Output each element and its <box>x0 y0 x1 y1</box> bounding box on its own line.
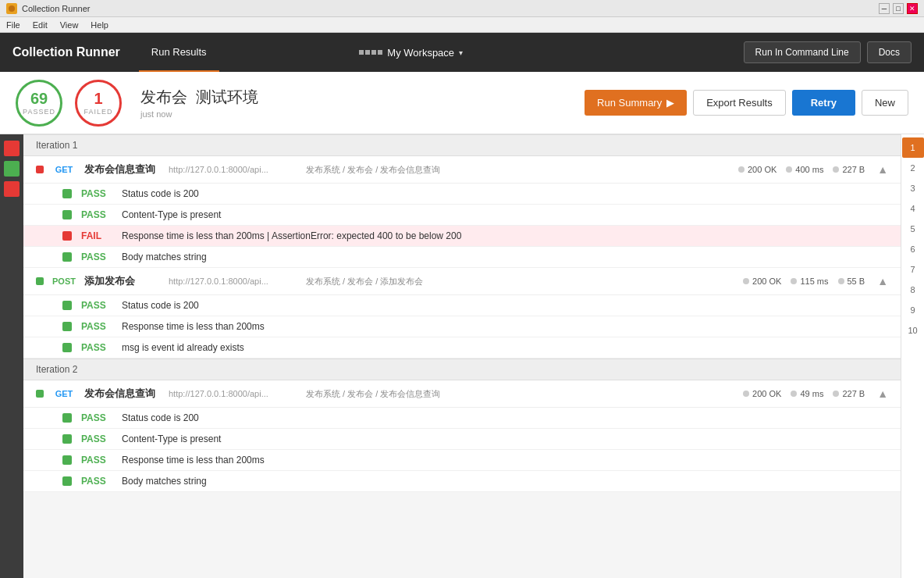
menu-file[interactable]: File <box>6 20 20 30</box>
test-message: Content-Type is present <box>122 434 221 444</box>
maximize-button[interactable]: □ <box>893 3 904 14</box>
test-row-2-1-4: PASS Body matches string <box>23 471 901 492</box>
failed-label: FAILED <box>84 108 112 116</box>
nav-right: Run In Command Line Docs <box>744 41 912 63</box>
page-num-7[interactable]: 7 <box>902 259 924 280</box>
test-status: PASS <box>81 412 112 423</box>
page-num-3[interactable]: 3 <box>902 178 924 198</box>
test-indicator <box>62 231 72 241</box>
req-size: 227 B <box>833 165 865 174</box>
test-row-1-2-2: PASS Response time is less than 200ms <box>23 316 901 337</box>
page-num-2[interactable]: 2 <box>902 158 924 178</box>
req-url: http://127.0.0.1:8000/api... <box>169 165 293 174</box>
test-row-2-1-1: PASS Status code is 200 <box>23 408 901 429</box>
request-row-2-1[interactable]: GET 发布会信息查询 http://127.0.0.1:8000/api...… <box>23 380 901 408</box>
workspace-selector[interactable]: My Workspace ▾ <box>359 47 463 59</box>
collapse-button[interactable]: ▲ <box>877 163 888 176</box>
menu-help[interactable]: Help <box>91 20 108 30</box>
method-badge: GET <box>50 165 78 174</box>
run-summary-button[interactable]: Run Summary ▶ <box>585 90 687 116</box>
iteration-header-2: Iteration 2 <box>23 359 901 380</box>
minimize-button[interactable]: ─ <box>879 3 890 14</box>
tab-run-results[interactable]: Run Results <box>139 33 219 72</box>
menu-edit[interactable]: Edit <box>33 20 48 30</box>
test-row-1-1-4: PASS Body matches string <box>23 247 901 268</box>
test-row-1-2-1: PASS Status code is 200 <box>23 295 901 316</box>
request-row-1-2[interactable]: POST 添加发布会 http://127.0.0.1:8000/api... … <box>23 268 901 295</box>
test-message: Response time is less than 200ms <box>122 321 265 332</box>
results-area[interactable]: Iteration 1 GET 发布会信息查询 http://127.0.0.1… <box>23 134 901 578</box>
main-nav: Collection Runner Run Results My Workspa… <box>0 33 924 72</box>
request-row-1-1[interactable]: GET 发布会信息查询 http://127.0.0.1:8000/api...… <box>23 156 901 184</box>
iteration-header-1: Iteration 1 <box>23 134 901 156</box>
sidebar-icon-0 <box>4 141 20 156</box>
collapse-button[interactable]: ▲ <box>877 387 888 400</box>
page-num-10[interactable]: 10 <box>902 320 924 341</box>
req-path: 发布系统 / 发布会 / 发布会信息查询 <box>306 388 440 400</box>
page-num-5[interactable]: 5 <box>902 219 924 239</box>
right-pagination: 12345678910 <box>901 134 924 578</box>
test-status: PASS <box>81 434 112 444</box>
req-name: 发布会信息查询 <box>84 387 162 401</box>
test-message: Status code is 200 <box>122 188 199 199</box>
test-row-1-1-3: FAIL Response time is less than 200ms | … <box>23 226 901 247</box>
collapse-button[interactable]: ▲ <box>877 275 888 287</box>
left-sidebar <box>0 134 23 578</box>
run-summary-arrow: ▶ <box>666 97 674 109</box>
sidebar-icon-1 <box>4 161 20 177</box>
test-message: Body matches string <box>122 252 207 262</box>
req-status: 200 OK <box>743 277 781 286</box>
method-badge: POST <box>50 277 78 286</box>
menu-view[interactable]: View <box>60 20 79 30</box>
method-badge: GET <box>50 389 78 398</box>
test-message: Status code is 200 <box>122 300 199 311</box>
nav-brand: Collection Runner <box>12 45 136 59</box>
req-indicator <box>36 166 44 173</box>
test-status: PASS <box>81 455 112 466</box>
content-area: Iteration 1 GET 发布会信息查询 http://127.0.0.1… <box>0 134 924 578</box>
retry-button[interactable]: Retry <box>792 90 855 116</box>
req-time: 400 ms <box>786 165 823 174</box>
svg-point-0 <box>9 5 15 12</box>
req-size: 55 B <box>838 277 865 286</box>
test-status: PASS <box>81 252 112 262</box>
test-indicator <box>62 322 72 331</box>
page-num-6[interactable]: 6 <box>902 239 924 259</box>
req-time: 115 ms <box>791 277 828 286</box>
run-info-bar: 69 PASSED 1 FAILED 发布会 测试环境 just now Run… <box>0 72 924 134</box>
title-bar-left: Collection Runner <box>6 3 90 14</box>
collection-name: 发布会 测试环境 <box>140 87 258 108</box>
req-url: http://127.0.0.1:8000/api... <box>169 389 293 398</box>
page-num-4[interactable]: 4 <box>902 198 924 219</box>
close-button[interactable]: ✕ <box>907 3 918 14</box>
workspace-dropdown-arrow: ▾ <box>459 48 463 57</box>
run-time: just now <box>140 109 258 119</box>
req-stats: 200 OK 400 ms 227 B <box>738 165 865 174</box>
menu-bar: File Edit View Help <box>0 17 924 33</box>
run-title: 发布会 测试环境 just now <box>140 87 258 119</box>
page-num-9[interactable]: 9 <box>902 300 924 320</box>
req-indicator <box>36 277 44 285</box>
page-num-8[interactable]: 8 <box>902 280 924 300</box>
title-bar-text: Collection Runner <box>22 4 90 13</box>
workspace-name: My Workspace <box>387 47 454 59</box>
new-button[interactable]: New <box>862 90 908 116</box>
req-stats: 200 OK 115 ms 55 B <box>743 277 865 286</box>
test-indicator <box>62 189 72 198</box>
docs-button[interactable]: Docs <box>867 41 912 63</box>
test-message: msg is event id already exists <box>122 342 244 353</box>
req-url: http://127.0.0.1:8000/api... <box>169 277 293 286</box>
page-num-1[interactable]: 1 <box>902 137 924 158</box>
req-path: 发布系统 / 发布会 / 添加发布会 <box>306 276 423 287</box>
test-indicator <box>62 343 72 352</box>
passed-stat: 69 PASSED <box>16 80 62 127</box>
test-status: PASS <box>81 300 112 311</box>
export-results-button[interactable]: Export Results <box>693 90 786 116</box>
run-command-line-button[interactable]: Run In Command Line <box>744 41 861 63</box>
sidebar-icon-2 <box>4 181 20 197</box>
title-bar: Collection Runner ─ □ ✕ <box>0 0 924 17</box>
passed-count: 69 <box>30 90 48 108</box>
test-status: FAIL <box>81 230 112 241</box>
req-stats: 200 OK 49 ms 227 B <box>743 389 865 398</box>
req-size: 227 B <box>833 389 865 398</box>
